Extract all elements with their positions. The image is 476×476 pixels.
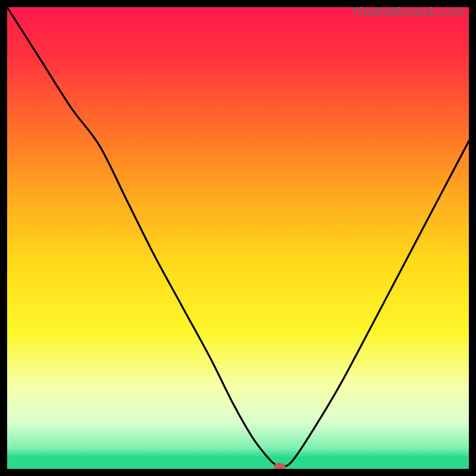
gradient-background [7,7,469,469]
watermark-text: TheBottleneck.com [351,4,465,20]
chart-frame: TheBottleneck.com [7,7,469,469]
bottleneck-chart [7,7,469,469]
